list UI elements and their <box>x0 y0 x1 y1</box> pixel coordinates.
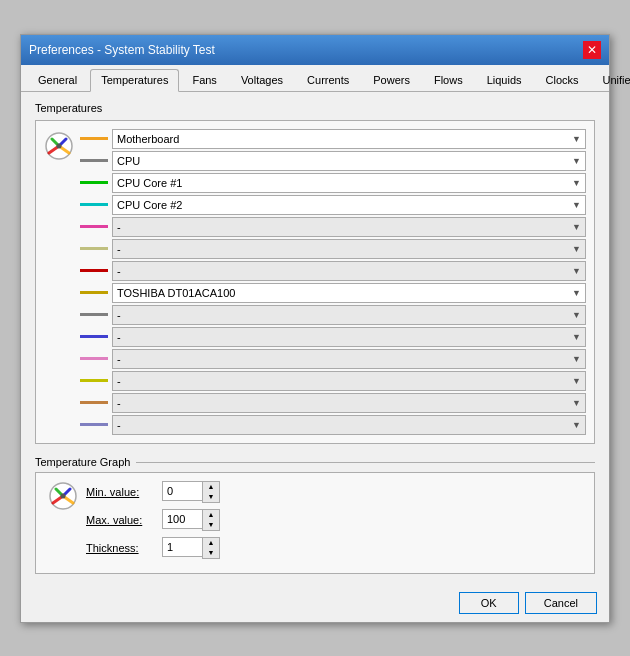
max-spinner[interactable]: ▲ ▼ <box>162 509 220 531</box>
temp-dropdown-10[interactable]: - ▼ <box>112 349 586 369</box>
dropdown-arrow-3: ▼ <box>572 200 581 210</box>
dropdown-arrow-5: ▼ <box>572 244 581 254</box>
color-line-9 <box>80 335 108 338</box>
temp-dropdown-11[interactable]: - ▼ <box>112 371 586 391</box>
temp-row-10: - ▼ <box>80 349 586 369</box>
temp-dropdown-13[interactable]: - ▼ <box>112 415 586 435</box>
max-label: Max. value: <box>86 514 156 526</box>
color-line-7 <box>80 291 108 294</box>
min-down-btn[interactable]: ▼ <box>203 492 219 502</box>
graph-gauge-icon <box>48 481 78 511</box>
temp-dropdown-2[interactable]: CPU Core #1 ▼ <box>112 173 586 193</box>
dropdown-arrow-12: ▼ <box>572 398 581 408</box>
graph-section: Min. value: ▲ ▼ Max. value: <box>35 472 595 574</box>
graph-inner: Min. value: ▲ ▼ Max. value: <box>48 481 582 565</box>
min-spinner-btns: ▲ ▼ <box>202 481 220 503</box>
temp-dropdown-4[interactable]: - ▼ <box>112 217 586 237</box>
temp-row-4: - ▼ <box>80 217 586 237</box>
tab-clocks[interactable]: Clocks <box>535 69 590 91</box>
dropdown-arrow-6: ▼ <box>572 266 581 276</box>
dropdown-arrow-9: ▼ <box>572 332 581 342</box>
temp-row-7: TOSHIBA DT01ACA100 ▼ <box>80 283 586 303</box>
temp-row-6: - ▼ <box>80 261 586 281</box>
color-line-4 <box>80 225 108 228</box>
footer: OK Cancel <box>21 584 609 622</box>
window-title: Preferences - System Stability Test <box>29 43 215 57</box>
temp-dropdown-5[interactable]: - ▼ <box>112 239 586 259</box>
temp-dropdown-7[interactable]: TOSHIBA DT01ACA100 ▼ <box>112 283 586 303</box>
temp-row-2: CPU Core #1 ▼ <box>80 173 586 193</box>
min-spinner[interactable]: ▲ ▼ <box>162 481 220 503</box>
tab-general[interactable]: General <box>27 69 88 91</box>
thickness-row: Thickness: ▲ ▼ <box>86 537 220 559</box>
thickness-down-btn[interactable]: ▼ <box>203 548 219 558</box>
dropdown-arrow-0: ▼ <box>572 134 581 144</box>
max-up-btn[interactable]: ▲ <box>203 510 219 520</box>
color-line-8 <box>80 313 108 316</box>
color-line-10 <box>80 357 108 360</box>
dropdown-arrow-11: ▼ <box>572 376 581 386</box>
graph-area: Temperature Graph <box>35 454 595 468</box>
temp-dropdown-3[interactable]: CPU Core #2 ▼ <box>112 195 586 215</box>
dropdown-arrow-1: ▼ <box>572 156 581 166</box>
temp-row-12: - ▼ <box>80 393 586 413</box>
gauge-icon-column <box>44 129 74 435</box>
thickness-spinner[interactable]: ▲ ▼ <box>162 537 220 559</box>
dropdown-arrow-10: ▼ <box>572 354 581 364</box>
dropdown-arrow-8: ▼ <box>572 310 581 320</box>
color-line-6 <box>80 269 108 272</box>
temp-dropdown-12[interactable]: - ▼ <box>112 393 586 413</box>
min-input[interactable] <box>162 481 202 501</box>
tab-fans[interactable]: Fans <box>181 69 227 91</box>
temp-dropdown-1[interactable]: CPU ▼ <box>112 151 586 171</box>
dropdown-arrow-7: ▼ <box>572 288 581 298</box>
title-bar: Preferences - System Stability Test ✕ <box>21 35 609 65</box>
color-line-0 <box>80 137 108 140</box>
dropdown-arrow-4: ▼ <box>572 222 581 232</box>
main-window: Preferences - System Stability Test ✕ Ge… <box>20 34 610 623</box>
color-line-3 <box>80 203 108 206</box>
tab-unified[interactable]: Unified <box>592 69 630 91</box>
tab-liquids[interactable]: Liquids <box>476 69 533 91</box>
temp-dropdown-8[interactable]: - ▼ <box>112 305 586 325</box>
max-input[interactable] <box>162 509 202 529</box>
max-down-btn[interactable]: ▼ <box>203 520 219 530</box>
max-spinner-btns: ▲ ▼ <box>202 509 220 531</box>
tab-bar: General Temperatures Fans Voltages Curre… <box>21 65 609 92</box>
temp-dropdown-0[interactable]: Motherboard ▼ <box>112 129 586 149</box>
tab-voltages[interactable]: Voltages <box>230 69 294 91</box>
cancel-button[interactable]: Cancel <box>525 592 597 614</box>
dropdown-arrow-13: ▼ <box>572 420 581 430</box>
temp-row-13: - ▼ <box>80 415 586 435</box>
temps-layout: Motherboard ▼ CPU ▼ <box>44 129 586 435</box>
temp-dropdown-6[interactable]: - ▼ <box>112 261 586 281</box>
thickness-input[interactable] <box>162 537 202 557</box>
ok-button[interactable]: OK <box>459 592 519 614</box>
thickness-label: Thickness: <box>86 542 156 554</box>
temp-rows-column: Motherboard ▼ CPU ▼ <box>80 129 586 435</box>
tab-powers[interactable]: Powers <box>362 69 421 91</box>
svg-point-3 <box>61 493 66 498</box>
graph-fields: Min. value: ▲ ▼ Max. value: <box>86 481 220 565</box>
min-label: Min. value: <box>86 486 156 498</box>
max-value-row: Max. value: ▲ ▼ <box>86 509 220 531</box>
close-button[interactable]: ✕ <box>583 41 601 59</box>
tab-temperatures[interactable]: Temperatures <box>90 69 179 92</box>
svg-point-1 <box>57 143 62 148</box>
graph-divider <box>136 462 595 463</box>
tab-currents[interactable]: Currents <box>296 69 360 91</box>
temp-row-1: CPU ▼ <box>80 151 586 171</box>
temp-row-0: Motherboard ▼ <box>80 129 586 149</box>
dropdown-arrow-2: ▼ <box>572 178 581 188</box>
color-line-13 <box>80 423 108 426</box>
temp-row-5: - ▼ <box>80 239 586 259</box>
temperatures-section: Motherboard ▼ CPU ▼ <box>35 120 595 444</box>
temp-row-11: - ▼ <box>80 371 586 391</box>
color-line-1 <box>80 159 108 162</box>
tab-flows[interactable]: Flows <box>423 69 474 91</box>
min-up-btn[interactable]: ▲ <box>203 482 219 492</box>
color-line-5 <box>80 247 108 250</box>
gauge-icon <box>44 131 74 161</box>
temp-dropdown-9[interactable]: - ▼ <box>112 327 586 347</box>
thickness-up-btn[interactable]: ▲ <box>203 538 219 548</box>
